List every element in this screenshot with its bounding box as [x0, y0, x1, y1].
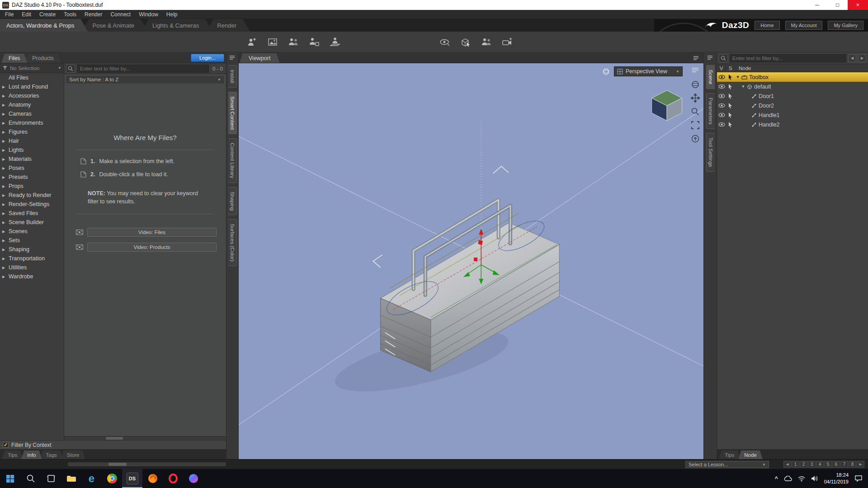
page-button[interactable]: 2: [800, 461, 807, 468]
tab-surfaces-color[interactable]: Surfaces (Color): [228, 219, 237, 266]
action-center-icon[interactable]: [854, 475, 863, 482]
tab-tool-settings[interactable]: Tool Settings: [706, 133, 715, 172]
zoom-camera-icon[interactable]: [690, 107, 700, 117]
category-hair[interactable]: ▶Hair: [0, 136, 64, 145]
tab-parameters[interactable]: Parameters: [706, 93, 715, 129]
page-button[interactable]: 4: [816, 461, 824, 468]
scrollbar-thumb[interactable]: [106, 437, 123, 440]
tab-tips[interactable]: Tips: [2, 450, 23, 459]
category-filter-dropdown[interactable]: No Selection ▼: [0, 63, 64, 73]
create-camera-button[interactable]: [500, 34, 515, 50]
page-button[interactable]: 1: [792, 461, 799, 468]
tab-products[interactable]: Products: [25, 54, 61, 63]
menu-file[interactable]: File: [1, 10, 18, 19]
scene-node-default[interactable]: ▼ default: [717, 82, 868, 91]
scene-node-handle1[interactable]: Handle1: [717, 110, 868, 120]
tab-lights-cameras[interactable]: Lights & Cameras: [142, 19, 212, 32]
orbit-camera-icon[interactable]: [690, 80, 700, 89]
firefox-button[interactable]: [142, 469, 163, 488]
scene-filter-input[interactable]: [730, 54, 846, 62]
selectable-cursor-icon[interactable]: [726, 74, 735, 80]
sort-dropdown[interactable]: Sort by Name : A to Z ▼: [66, 75, 225, 84]
expand-icon[interactable]: ▼: [741, 84, 746, 89]
selectable-cursor-icon[interactable]: [726, 122, 735, 127]
scene-node-door2[interactable]: Door2: [717, 101, 868, 110]
category-figures[interactable]: ▶Figures: [0, 127, 64, 136]
next-page-button[interactable]: ▶: [857, 461, 864, 468]
selectable-cursor-icon[interactable]: [726, 103, 735, 108]
pane-options-icon[interactable]: [692, 54, 701, 61]
page-button[interactable]: 5: [824, 461, 832, 468]
page-button[interactable]: 3: [808, 461, 816, 468]
taskbar-search-button[interactable]: [20, 469, 41, 488]
viewport-tab[interactable]: Viewport: [240, 53, 279, 63]
category-all-files[interactable]: All Files: [0, 73, 64, 82]
previous-match-button[interactable]: ◀: [848, 54, 856, 62]
tab-node[interactable]: Node: [738, 450, 763, 459]
category-sets[interactable]: ▶Sets: [0, 236, 64, 245]
visibility-eye-icon[interactable]: [717, 113, 726, 117]
category-accessories[interactable]: ▶Accessories: [0, 91, 64, 100]
paint3d-button[interactable]: [183, 469, 203, 488]
category-scenes[interactable]: ▶Scenes: [0, 227, 64, 236]
category-materials[interactable]: ▶Materials: [0, 155, 64, 164]
page-button[interactable]: 7: [840, 461, 848, 468]
my-account-button[interactable]: My Account: [785, 21, 823, 30]
scrollbar-thumb[interactable]: [108, 463, 127, 466]
maximize-button[interactable]: □: [827, 0, 848, 10]
category-lights[interactable]: ▶Lights: [0, 145, 64, 155]
chrome-button[interactable]: [102, 469, 122, 488]
start-button[interactable]: [0, 469, 20, 488]
my-gallery-button[interactable]: My Gallery: [828, 21, 863, 30]
taskbar-clock[interactable]: 18:24 04/11/2019: [824, 472, 849, 485]
tab-tags[interactable]: Tags: [40, 450, 63, 459]
add-figure-button[interactable]: [244, 34, 259, 50]
visibility-eye-icon[interactable]: [717, 94, 726, 99]
pane-options-icon[interactable]: [706, 54, 715, 61]
category-wardrobe[interactable]: ▶Wardrobe: [0, 272, 64, 281]
file-explorer-button[interactable]: [61, 469, 81, 488]
menu-help[interactable]: Help: [162, 10, 182, 19]
category-poses[interactable]: ▶Poses: [0, 164, 64, 173]
scene-node-handle2[interactable]: Handle2: [717, 120, 868, 129]
scene-node-door1[interactable]: Door1: [717, 91, 868, 101]
tab-render[interactable]: Render: [206, 19, 250, 32]
video-products-button[interactable]: Video: Products: [87, 243, 217, 252]
category-shaping[interactable]: ▶Shaping: [0, 245, 64, 254]
selectable-cursor-icon[interactable]: [726, 84, 735, 89]
category-props[interactable]: ▶Props: [0, 182, 64, 191]
category-ready-to-render[interactable]: ▶Ready to Render: [0, 191, 64, 200]
category-lost-and-found[interactable]: ▶Lost and Found: [0, 82, 64, 91]
add-people-button[interactable]: [286, 34, 301, 50]
network-icon[interactable]: [798, 476, 805, 482]
category-presets[interactable]: ▶Presets: [0, 173, 64, 182]
category-cameras[interactable]: ▶Cameras: [0, 109, 64, 118]
menu-create[interactable]: Create: [35, 10, 60, 19]
tab-install[interactable]: Install: [228, 65, 237, 88]
file-filter-input[interactable]: [77, 65, 209, 73]
menu-render[interactable]: Render: [80, 10, 106, 19]
camera-sphere-icon[interactable]: [603, 68, 609, 75]
opera-button[interactable]: [163, 469, 183, 488]
onedrive-cloud-icon[interactable]: [784, 476, 792, 481]
tab-files[interactable]: Files: [1, 54, 27, 63]
tab-content-library[interactable]: Content Library: [228, 138, 237, 183]
video-files-button[interactable]: Video: Files: [87, 228, 217, 237]
category-render-settings[interactable]: ▶Render-Settings: [0, 200, 64, 209]
category-anatomy[interactable]: ▶Anatomy: [0, 100, 64, 109]
menu-window[interactable]: Window: [135, 10, 162, 19]
frame-selection-icon[interactable]: [690, 120, 700, 130]
expand-icon[interactable]: ▼: [735, 75, 741, 79]
view-selector-dropdown[interactable]: Perspective View ▼: [614, 66, 683, 76]
bottom-scrollbar[interactable]: [68, 462, 226, 466]
scene-node-toolbox[interactable]: ▼ Toolbox: [717, 72, 868, 82]
filter-by-context-checkbox[interactable]: ✓: [3, 442, 9, 448]
next-match-button[interactable]: ▶: [858, 54, 866, 62]
draw-style-icon[interactable]: [692, 67, 699, 74]
visibility-eye-icon[interactable]: [717, 84, 726, 89]
page-button[interactable]: 8: [849, 461, 856, 468]
tab-actors-wardrobe-props[interactable]: Actors, Wardrobe & Props: [0, 19, 88, 32]
visibility-eye-icon[interactable]: [717, 103, 726, 108]
edge-button[interactable]: e: [81, 469, 102, 488]
login-button[interactable]: Login...: [191, 54, 224, 62]
